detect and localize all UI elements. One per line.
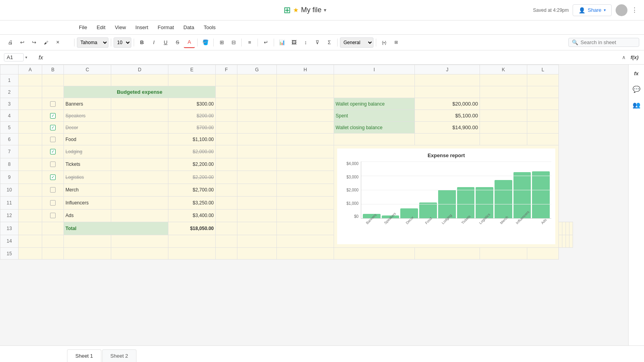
cell-a5[interactable] (19, 122, 42, 134)
cell-name-decor[interactable]: Decor (64, 122, 111, 134)
cell-h11[interactable] (277, 197, 334, 210)
cell-a12[interactable] (19, 209, 42, 222)
cell-f7[interactable] (216, 145, 237, 158)
cell-budgeted-header[interactable]: Budgeted expense (64, 86, 216, 98)
cell-h2[interactable] (277, 86, 334, 98)
col-header-g[interactable]: G (237, 65, 277, 74)
cell-name-food[interactable]: Food (64, 134, 111, 145)
underline-button[interactable]: U (160, 37, 171, 48)
undo-button[interactable]: ↩ (17, 37, 28, 48)
cell-l1[interactable] (527, 74, 559, 86)
cell-b13[interactable] (42, 222, 64, 235)
cell-wallet-opening-label[interactable]: Wallet opening balance (334, 98, 415, 110)
cell-h13[interactable] (277, 222, 334, 235)
cell-k14[interactable] (566, 235, 569, 248)
checkbox-ads[interactable] (50, 213, 56, 218)
cell-name-speakers[interactable]: Speakers (64, 110, 111, 122)
font-selector[interactable]: Tahoma (77, 37, 108, 48)
col-header-j[interactable]: J (415, 65, 480, 74)
cell-k4[interactable] (480, 110, 527, 122)
col-header-i[interactable]: I (334, 65, 415, 74)
cell-f8[interactable] (216, 158, 237, 171)
cell-d5[interactable] (111, 122, 168, 134)
checkbox-influencers[interactable] (50, 200, 56, 206)
cell-b2[interactable] (42, 86, 64, 98)
image-button[interactable]: 🖼 (288, 37, 299, 48)
cell-d7[interactable] (111, 145, 168, 158)
cell-i15[interactable] (334, 248, 415, 260)
cell-amount-tickets[interactable]: $2,200.00 (168, 158, 216, 171)
cell-total-amount[interactable]: $18,050.00 (168, 222, 216, 235)
cell-h4[interactable] (277, 110, 334, 122)
cell-f6[interactable] (216, 134, 237, 145)
cell-j14[interactable] (562, 235, 566, 248)
cell-h14[interactable] (277, 235, 334, 248)
clear-format-button[interactable]: ✕ (52, 37, 63, 48)
chart-button[interactable]: 📊 (276, 37, 287, 48)
cell-i13[interactable] (559, 222, 562, 235)
borders-button[interactable]: ⊞ (216, 37, 227, 48)
cell-name-ads[interactable]: Ads (64, 209, 111, 222)
menu-tools[interactable]: Tools (200, 23, 219, 32)
checkbox-merch[interactable] (50, 187, 56, 193)
cell-b6[interactable] (42, 134, 64, 145)
cell-l6[interactable] (527, 134, 559, 145)
cell-l3[interactable] (527, 98, 559, 110)
more-formats-button[interactable]: ⊞ (390, 37, 401, 48)
cell-f3[interactable] (216, 98, 237, 110)
cell-g13[interactable] (237, 222, 277, 235)
checkbox-lodging[interactable] (50, 149, 56, 154)
cell-g3[interactable] (237, 98, 277, 110)
cell-h12[interactable] (277, 209, 334, 222)
tab-sheet2[interactable]: Sheet 2 (102, 349, 136, 362)
checkbox-logistics[interactable] (50, 175, 56, 180)
italic-button[interactable]: I (148, 37, 159, 48)
cell-b12[interactable] (42, 209, 64, 222)
format-selector[interactable]: General (340, 37, 373, 48)
sidebar-formula-icon[interactable]: fx (631, 68, 642, 79)
bold-button[interactable]: B (136, 37, 147, 48)
checkbox-banners[interactable] (50, 101, 56, 107)
cell-c1[interactable] (64, 74, 111, 86)
cell-g6[interactable] (237, 134, 277, 145)
expand-formula-icon[interactable]: ∧ (622, 54, 626, 60)
cell-g10[interactable] (237, 184, 277, 197)
cell-k2[interactable] (480, 86, 527, 98)
cell-b8[interactable] (42, 158, 64, 171)
cell-k3[interactable] (480, 98, 527, 110)
cell-a14[interactable] (19, 235, 42, 248)
cell-spent-value[interactable]: $5,100.00 (415, 110, 480, 122)
cell-d8[interactable] (111, 158, 168, 171)
cell-a6[interactable] (19, 134, 42, 145)
cell-e14[interactable] (168, 235, 216, 248)
cell-f5[interactable] (216, 122, 237, 134)
cell-d10[interactable] (111, 184, 168, 197)
cell-g11[interactable] (237, 197, 277, 210)
checkbox-tickets[interactable] (50, 162, 56, 167)
cell-d3[interactable] (111, 98, 168, 110)
cell-l2[interactable] (527, 86, 559, 98)
cell-amount-ads[interactable]: $3,400.00 (168, 209, 216, 222)
cell-total-label[interactable]: Total (64, 222, 168, 235)
cell-k13[interactable] (566, 222, 569, 235)
menu-data[interactable]: Data (179, 23, 198, 32)
merge-cells-button[interactable]: ⊟ (228, 37, 239, 48)
cell-g9[interactable] (237, 171, 277, 184)
cell-b5[interactable] (42, 122, 64, 134)
print-button[interactable]: 🖨 (5, 37, 16, 48)
cell-amount-lodging[interactable]: $2,000.00 (168, 145, 216, 158)
cell-name-tickets[interactable]: Tickets (64, 158, 111, 171)
cell-name-merch[interactable]: Merch (64, 184, 111, 197)
cell-name-logistics[interactable]: Logistics (64, 171, 111, 184)
cell-b3[interactable] (42, 98, 64, 110)
menu-file[interactable]: File (75, 23, 91, 32)
cell-d15[interactable] (111, 248, 168, 260)
menu-insert[interactable]: Insert (131, 23, 152, 32)
col-header-l[interactable]: L (527, 65, 559, 74)
cell-h5[interactable] (277, 122, 334, 134)
cell-spent-label[interactable]: Spent (334, 110, 415, 122)
cell-f14[interactable] (216, 235, 237, 248)
share-button[interactable]: 👤 Share ▾ (573, 4, 612, 16)
paint-format-button[interactable]: 🖌 (40, 37, 51, 48)
cell-d11[interactable] (111, 197, 168, 210)
